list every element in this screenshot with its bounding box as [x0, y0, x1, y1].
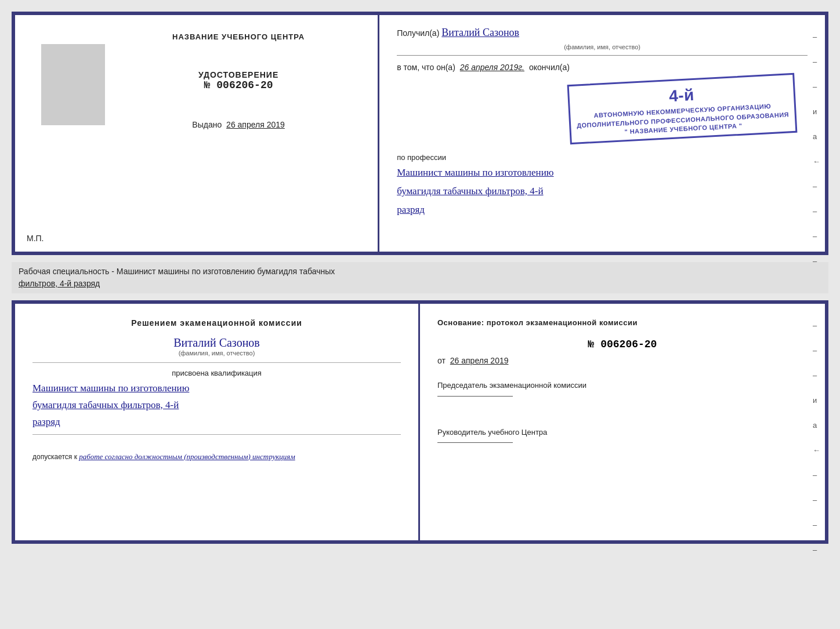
bottom-left: Решением экаменационной комиссии Виталий… — [15, 304, 420, 540]
description-underlined: фильтров, 4-й разряд — [19, 279, 100, 288]
допуск-text: работе согласно должностным (производств… — [79, 452, 295, 461]
cert-right: Получил(а) Виталий Сазонов (фамилия, имя… — [379, 15, 825, 252]
side-dashes: – – – и а ← – – – – — [813, 32, 820, 266]
profession-label: по профессии — [397, 153, 808, 162]
qual-line3: разряд — [32, 414, 401, 431]
chairman-signature-line — [437, 396, 513, 397]
chairman-label: Председатель экзаменационной комиссии — [437, 380, 808, 391]
divider1 — [397, 55, 808, 56]
issued-label: Выдано — [192, 120, 222, 129]
commission-title: Решением экаменационной комиссии — [32, 318, 401, 328]
cert-training-center-title: НАЗВАНИЕ УЧЕБНОГО ЦЕНТРА — [172, 32, 305, 41]
chairman-block: Председатель экзаменационной комиссии — [437, 380, 808, 403]
допуск-label: допускается к — [32, 453, 77, 461]
from-label: от — [437, 356, 446, 365]
date-value: 26 апреля 2019г. — [460, 63, 524, 72]
fio-subtitle: (фамилия, имя, отчество) — [32, 350, 401, 357]
mp-label: М.П. — [27, 234, 44, 243]
head-signature-line — [437, 442, 513, 443]
name-subtitle: (фамилия, имя, отчество) — [397, 43, 808, 50]
person-name: Виталий Сазонов — [32, 336, 401, 350]
from-date: 26 апреля 2019 — [450, 356, 509, 365]
profession-line3: разряд — [397, 202, 808, 217]
page-container: НАЗВАНИЕ УЧЕБНОГО ЦЕНТРА УДОСТОВЕРЕНИЕ №… — [12, 12, 828, 544]
in-that-label: в том, что он(а) — [397, 63, 455, 72]
cert-left: НАЗВАНИЕ УЧЕБНОГО ЦЕНТРА УДОСТОВЕРЕНИЕ №… — [15, 15, 379, 252]
cert-label: УДОСТОВЕРЕНИЕ — [198, 70, 278, 79]
description-text: Рабочая специальность - Машинист машины … — [19, 267, 335, 276]
head-label: Руководитель учебного Центра — [437, 427, 808, 438]
bottom-right: Основание: протокол экзаменационной коми… — [420, 304, 825, 540]
protocol-date: от 26 апреля 2019 — [437, 356, 808, 365]
name-underline — [32, 362, 401, 363]
photo-placeholder — [41, 44, 105, 125]
cert-number: № 006206-20 — [198, 79, 278, 91]
description-bar: Рабочая специальность - Машинист машины … — [12, 262, 828, 293]
received-label: Получил(а) — [397, 28, 439, 38]
cert-number-block: УДОСТОВЕРЕНИЕ № 006206-20 — [198, 70, 278, 91]
profession-line1: Машинист машины по изготовлению — [397, 165, 808, 180]
profession-line2: бумагидля табачных фильтров, 4-й — [397, 183, 808, 199]
cert-left-inner: НАЗВАНИЕ УЧЕБНОГО ЦЕНТРА УДОСТОВЕРЕНИЕ №… — [114, 32, 363, 129]
qual-line2: бумагидля табачных фильтров, 4-й — [32, 397, 401, 414]
top-certificate: НАЗВАНИЕ УЧЕБНОГО ЦЕНТРА УДОСТОВЕРЕНИЕ №… — [12, 12, 828, 255]
bottom-side-dashes: – – – и а ← – – – – — [813, 321, 820, 554]
completed-label: окончил(а) — [529, 63, 570, 72]
qual-underline — [32, 434, 401, 435]
допуск-block: допускается к работе согласно должностны… — [32, 452, 401, 461]
qual-label: присвоена квалификация — [32, 369, 401, 377]
basis-title: Основание: протокол экзаменационной коми… — [437, 318, 808, 327]
bottom-certificate: Решением экаменационной комиссии Виталий… — [12, 300, 828, 544]
stamp-box: 4-й АВТОНОМНУЮ НЕКОММЕРЧЕСКУЮ ОРГАНИЗАЦИ… — [567, 73, 797, 145]
head-block: Руководитель учебного Центра — [437, 427, 808, 450]
recipient-name: Виталий Сазонов — [441, 27, 519, 39]
qual-line1: Машинист машины по изготовлению — [32, 380, 401, 397]
protocol-number: № 006206-20 — [437, 339, 808, 350]
issued-block: Выдано 26 апреля 2019 — [192, 120, 285, 129]
issued-date: 26 апреля 2019 — [226, 120, 285, 129]
received-line: Получил(а) Виталий Сазонов — [397, 27, 808, 39]
profession-block: по профессии Машинист машины по изготовл… — [397, 153, 808, 218]
in-that-line: в том, что он(а) 26 апреля 2019г. окончи… — [397, 63, 808, 72]
